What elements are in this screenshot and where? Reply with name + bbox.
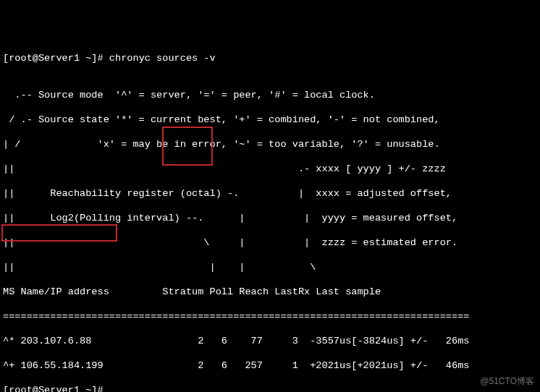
legend-line-3: | / 'x' = may be in error, '~' = too var… xyxy=(3,138,540,150)
sources-header: MS Name/IP address Stratum Poll Reach La… xyxy=(3,286,540,298)
watermark: @51CTO博客 xyxy=(480,375,534,388)
sources-row-1: ^+ 106.55.184.199 2 6 257 1 +2021us[+202… xyxy=(3,359,540,372)
prompt-line-1[interactable]: [root@Server1 ~]# chronyc sources -v xyxy=(3,52,540,64)
prompt: [root@Server1 ~]# xyxy=(3,53,109,64)
legend-line-4: || .- xxxx [ yyyy ] +/- zzzz xyxy=(3,163,540,175)
legend-line-5: || Reachability register (octal) -. | xx… xyxy=(3,187,540,200)
legend-line-1: .-- Source mode '^' = server, '=' = peer… xyxy=(3,89,540,101)
legend-line-6: || Log2(Polling interval) --. | | yyyy =… xyxy=(3,212,540,224)
command-text: chronyc sources -v xyxy=(109,53,216,64)
sources-divider: ========================================… xyxy=(3,310,540,323)
legend-line-8: || | | \ xyxy=(3,261,540,273)
prompt-empty-1[interactable]: [root@Server1 ~]# xyxy=(3,384,540,392)
sources-row-0: ^* 203.107.6.88 2 6 77 3 -3557us[-3824us… xyxy=(3,335,540,347)
legend-line-7: || \ | | zzzz = estimated error. xyxy=(3,237,540,249)
legend-line-2: / .- Source state '*' = current best, '+… xyxy=(3,114,540,126)
